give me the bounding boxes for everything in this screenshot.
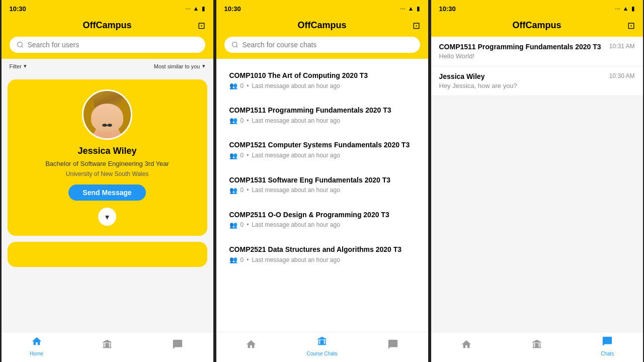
nav-label-home-1: Home (30, 351, 43, 356)
logout-icon-1[interactable]: ⊡ (198, 20, 205, 31)
search-input-1[interactable] (28, 41, 198, 49)
course-chat-card-5[interactable]: COMP2521 Data Structures and Algorithms … (222, 239, 422, 269)
last-message-3: Last message about an hour ago (252, 187, 340, 194)
wifi-icon: ▲ (193, 5, 199, 12)
chat-header-1: Jessica Wiley 10:30 AM (439, 72, 635, 80)
phone-1: 10:30 ··· ▲ ▮ OffCampus ⊡ Filter (0, 0, 215, 362)
filter-chevron-icon: ▾ (24, 63, 27, 69)
chats-icon-2 (387, 339, 398, 353)
chat-time-0: 10:31 AM (609, 43, 635, 50)
dot-sep-0: • (247, 82, 249, 89)
course-meta-3: 👥 0 • Last message about an hour ago (229, 187, 415, 194)
nav-item-courses-2[interactable]: Course Chats (306, 336, 337, 356)
sort-label: Most similar to you (154, 63, 200, 69)
course-chat-card-0[interactable]: COMP1010 The Art of Computing 2020 T3 👥 … (222, 65, 422, 96)
course-chat-card-2[interactable]: COMP1521 Computer Systems Fundamentals 2… (222, 134, 422, 165)
svg-point-0 (17, 42, 22, 47)
battery-icon: ▮ (202, 5, 205, 12)
wifi-icon-2: ▲ (408, 5, 414, 12)
course-name-1: COMP1511 Programming Fundamentals 2020 T… (229, 106, 415, 115)
svg-line-3 (236, 46, 237, 48)
phone-3: 10:30 ··· ▲ ▮ OffCampus ⊡ COMP1511 Progr… (430, 0, 645, 362)
course-name-2: COMP1521 Computer Systems Fundamentals 2… (229, 140, 415, 149)
header-1: OffCampus ⊡ (2, 16, 213, 37)
status-time-3: 10:30 (439, 5, 456, 13)
last-message-4: Last message about an hour ago (252, 221, 340, 228)
avatar-image (84, 89, 131, 140)
sort-button[interactable]: Most similar to you ▾ (154, 63, 205, 69)
profile-card-jessica: Jessica Wiley Bachelor of Software Engin… (8, 79, 207, 236)
bottom-nav-1: Home (2, 332, 213, 362)
filter-row: Filter ▾ Most similar to you ▾ (2, 59, 213, 73)
chat-row-1[interactable]: Jessica Wiley 10:30 AM Hey Jessica, how … (431, 66, 643, 96)
dot-sep-2: • (247, 152, 249, 159)
avatar-eye-left (102, 124, 107, 127)
search-input-wrap-1[interactable] (10, 37, 205, 53)
svg-line-1 (21, 46, 23, 48)
course-name-0: COMP1010 The Art of Computing 2020 T3 (229, 71, 415, 80)
course-meta-0: 👥 0 • Last message about an hour ago (229, 82, 415, 89)
signal-dots-icon: ··· (186, 5, 191, 12)
status-bar-1: 10:30 ··· ▲ ▮ (2, 0, 213, 16)
nav-item-chats-1[interactable] (163, 339, 193, 354)
home-icon-3 (461, 339, 472, 353)
course-chat-card-1[interactable]: COMP1511 Programming Fundamentals 2020 T… (222, 100, 422, 130)
nav-item-courses-3[interactable] (522, 339, 552, 354)
logout-icon-3[interactable]: ⊡ (627, 20, 635, 31)
nav-label-courses-2: Course Chats (306, 351, 337, 356)
course-name-3: COMP1531 Software Eng Fundamentals 2020 … (229, 175, 415, 185)
course-chat-card-4[interactable]: COMP2511 O-O Design & Programming 2020 T… (222, 204, 422, 235)
member-count-4: 0 (240, 221, 244, 228)
last-message-2: Last message about an hour ago (252, 152, 340, 159)
user-list: Jessica Wiley Bachelor of Software Engin… (2, 73, 213, 332)
search-icon-2 (231, 41, 238, 48)
people-icon-5: 👥 (229, 256, 237, 263)
chat-preview-1: Hey Jessica, how are you? (439, 82, 635, 89)
send-message-button[interactable]: Send Message (68, 185, 145, 201)
status-bar-3: 10:30 ··· ▲ ▮ (431, 0, 643, 16)
people-icon-2: 👥 (229, 152, 237, 159)
home-icon-2 (246, 339, 257, 353)
filter-button[interactable]: Filter ▾ (10, 63, 27, 69)
avatar-eyes (102, 124, 112, 127)
phone-2: 10:30 ··· ▲ ▮ OffCampus ⊡ COMP1010 The (215, 0, 430, 362)
member-count-5: 0 (240, 256, 244, 263)
last-message-1: Last message about an hour ago (252, 117, 340, 124)
sort-chevron-icon: ▾ (202, 63, 205, 69)
status-bar-2: 10:30 ··· ▲ ▮ (216, 0, 428, 16)
last-message-0: Last message about an hour ago (252, 82, 340, 89)
nav-item-chats-2[interactable] (378, 339, 408, 354)
people-icon-4: 👥 (229, 221, 237, 229)
profile-name: Jessica Wiley (78, 146, 137, 156)
member-count-2: 0 (240, 152, 244, 159)
dot-sep-1: • (247, 117, 249, 124)
profile-university: University of New South Wales (66, 170, 148, 177)
nav-item-courses-1[interactable] (92, 339, 122, 354)
chats-icon-3 (602, 336, 613, 350)
nav-item-home-1[interactable]: Home (22, 336, 52, 356)
member-count-0: 0 (240, 82, 244, 89)
course-chat-card-3[interactable]: COMP1531 Software Eng Fundamentals 2020 … (222, 169, 422, 200)
logout-icon-2[interactable]: ⊡ (413, 20, 420, 31)
nav-item-chats-3[interactable]: Chats (592, 336, 622, 356)
search-input-wrap-2[interactable] (224, 37, 420, 53)
search-input-2[interactable] (243, 41, 413, 49)
people-icon-3: 👥 (229, 187, 237, 194)
courses-icon-2 (316, 336, 328, 350)
chat-time-1: 10:30 AM (609, 72, 635, 79)
nav-item-home-2[interactable] (236, 339, 266, 354)
svg-point-2 (232, 42, 236, 47)
profile-degree: Bachelor of Software Engineering 3rd Yea… (45, 159, 169, 168)
search-bar-1 (2, 37, 213, 59)
nav-item-home-3[interactable] (451, 339, 481, 354)
profile-card-partial (8, 242, 207, 267)
chat-name-1: Jessica Wiley (439, 72, 485, 80)
chat-row-0[interactable]: COMP1511 Programming Fundamentals 2020 T… (431, 37, 643, 66)
expand-profile-button[interactable] (98, 208, 116, 226)
course-meta-2: 👥 0 • Last message about an hour ago (229, 152, 415, 159)
chat-preview-0: Hello World! (439, 52, 635, 60)
status-icons-3: ··· ▲ ▮ (615, 5, 635, 12)
chats-icon-1 (172, 339, 183, 353)
signal-dots-icon-3: ··· (615, 5, 620, 12)
course-meta-4: 👥 0 • Last message about an hour ago (229, 221, 415, 229)
